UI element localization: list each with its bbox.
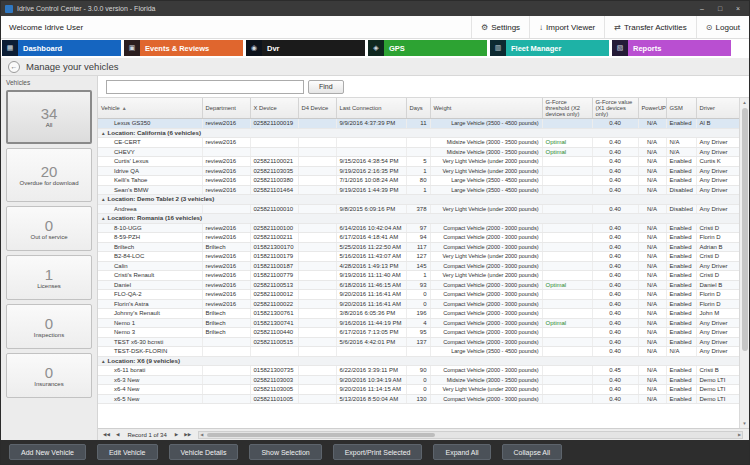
group-row[interactable]: ▴Location: Demo Tablet 2 (3 vehicles) bbox=[98, 195, 741, 205]
vehicle-row-ce-cert[interactable]: CE-CERTreview2016Midsize Vehicle (3000 -… bbox=[98, 138, 741, 148]
horizontal-scrollbar[interactable]: ◀ ▶ bbox=[198, 431, 743, 439]
tab-events-reviews[interactable]: ▣Events & Reviews bbox=[124, 40, 243, 56]
vehicle-filter-card-all[interactable]: 34All bbox=[6, 90, 92, 144]
group-row[interactable]: ▴Location: Romania (16 vehicles) bbox=[98, 214, 741, 224]
cell-d4-device bbox=[298, 385, 336, 395]
vehicle-filter-card-licenses[interactable]: 1Licenses bbox=[6, 255, 92, 300]
export-print-selected-button[interactable]: Export/Print Selected bbox=[333, 444, 423, 460]
cell-powerup: N/A bbox=[638, 147, 666, 157]
vehicle-row-florin-s-astra[interactable]: Florin's Astrareview20160258211000229/20… bbox=[98, 299, 741, 309]
cell-d4-device bbox=[298, 309, 336, 319]
vehicle-filter-card-insurances[interactable]: 0Insurances bbox=[6, 353, 92, 398]
add-new-vehicle-button[interactable]: Add New Vehicle bbox=[9, 444, 86, 460]
vehicle-row-briltech[interactable]: BriltechBriltech0158213001705/25/2016 11… bbox=[98, 242, 741, 252]
vehicle-row-8-10-ugg[interactable]: 8-10-UGGreview20160258211001006/14/2016 … bbox=[98, 223, 741, 233]
cell-department: review2016 bbox=[202, 119, 250, 129]
vehicle-row-johnny-s-renault[interactable]: Johnny's RenaultBriltech0158213007613/8/… bbox=[98, 309, 741, 319]
vehicle-row-curtis-lexus[interactable]: Curtis' Lexusreview20160258211000219/15/… bbox=[98, 157, 741, 167]
vertical-scroll-track[interactable] bbox=[740, 107, 749, 419]
vehicle-row-calin[interactable]: Calinreview20160158211001874/28/2016 1:4… bbox=[98, 261, 741, 271]
tab-dashboard[interactable]: ▦Dashboard bbox=[2, 40, 121, 56]
vehicle-filter-card-out-of-service[interactable]: 0Out of service bbox=[6, 206, 92, 251]
cell-driver: Demo LTI bbox=[696, 385, 741, 395]
minimize-button[interactable]: – bbox=[695, 5, 709, 12]
vehicle-row-test-dsk-florin[interactable]: TEST-DSK-FLORINLarge Vehicle (3500 - 450… bbox=[98, 347, 741, 357]
show-selection-button[interactable]: Show Selection bbox=[249, 444, 321, 460]
vehicle-row-idrive-qa[interactable]: Idrive QAreview20160258211030359/19/2016… bbox=[98, 166, 741, 176]
vehicle-row-x6-11-borati[interactable]: x6-11 borati0158213007356/22/2016 3:39:1… bbox=[98, 366, 741, 376]
column-header-vehicle[interactable]: Vehicle▲ bbox=[98, 98, 202, 119]
toolbar-button-logout[interactable]: ⊙Logout bbox=[696, 16, 749, 38]
column-header-x-device[interactable]: X Device bbox=[250, 98, 298, 119]
scroll-right-icon[interactable]: ▶ bbox=[737, 432, 742, 437]
search-input[interactable] bbox=[106, 80, 304, 94]
cell-g-force-value-x1-devices-only: 0.40 bbox=[592, 242, 638, 252]
last-record-button[interactable]: ▶▶ bbox=[182, 432, 193, 437]
vehicle-row-sean-s-bmw[interactable]: Sean's BMWreview20160258211014649/19/201… bbox=[98, 185, 741, 195]
vehicle-row-x6-3-new[interactable]: x6-3 New0258211030039/20/2016 10:34:19 A… bbox=[98, 375, 741, 385]
vertical-scroll-thumb[interactable] bbox=[742, 108, 748, 351]
vehicle-row-andreea[interactable]: Andreea0258211000109/8/2015 6:09:16 PM37… bbox=[98, 204, 741, 214]
group-row[interactable]: ▴Location: California (6 vehicles) bbox=[98, 128, 741, 138]
vehicle-row-chevy[interactable]: CHEVYMidsize Vehicle (3000 - 3500 pounds… bbox=[98, 147, 741, 157]
tab-reports[interactable]: ▧Reports bbox=[612, 40, 731, 56]
vehicle-row-x6-5-new[interactable]: x6-5 New0258211010055/13/2016 8:50:04 AM… bbox=[98, 394, 741, 404]
next-record-button[interactable]: ▶ bbox=[173, 432, 180, 437]
vehicle-row-lexus-gs350[interactable]: Lexus GS350review20160258211000199/9/201… bbox=[98, 119, 741, 129]
vehicle-row-nemo-3[interactable]: Nemo 3Briltech0258211004406/17/2016 7:13… bbox=[98, 328, 741, 338]
maximize-button[interactable]: □ bbox=[713, 5, 727, 12]
scroll-down-icon[interactable]: ▼ bbox=[742, 419, 746, 428]
column-header-g-force-threshold-x2-devices-only[interactable]: G-Force threshold (X2 devices only) bbox=[542, 98, 592, 119]
vehicle-row-daniel[interactable]: Danielreview20160258211005136/18/2016 11… bbox=[98, 280, 741, 290]
vehicle-row-x6-4-new[interactable]: x6-4 New0258211030059/20/2016 11:14:15 A… bbox=[98, 385, 741, 395]
tab-dvr[interactable]: ◉Dvr bbox=[246, 40, 365, 56]
tab-fleet-manager[interactable]: ▥Fleet Manager bbox=[490, 40, 609, 56]
toolbar-button-transfer-activities[interactable]: ⇄Transfer Activities bbox=[604, 16, 696, 38]
tab-gps[interactable]: ◈GPS bbox=[368, 40, 487, 56]
vehicle-filter-card-overdue-for-download[interactable]: 20Overdue for download bbox=[6, 148, 92, 202]
column-header-powerup[interactable]: PowerUP bbox=[638, 98, 666, 119]
column-header-g-force-value-x1-devices-only[interactable]: G-Force value (X1 devices only) bbox=[592, 98, 638, 119]
collapse-group-icon[interactable]: ▴ bbox=[102, 215, 105, 221]
edit-vehicle-button[interactable]: Edit Vehicle bbox=[97, 444, 158, 460]
collapse-group-icon[interactable]: ▴ bbox=[102, 130, 105, 136]
toolbar-button-settings[interactable]: ⚙Settings bbox=[471, 16, 529, 38]
column-header-days[interactable]: Days bbox=[406, 98, 430, 119]
cell-days: 1 bbox=[406, 185, 430, 195]
vehicle-filter-card-inspections[interactable]: 0Inspections bbox=[6, 304, 92, 349]
column-header-weight[interactable]: Weight bbox=[430, 98, 542, 119]
column-header-driver[interactable]: Driver bbox=[696, 98, 741, 119]
cell-vehicle: Johnny's Renault bbox=[98, 309, 202, 319]
column-header-d4-device[interactable]: D4 Device bbox=[298, 98, 336, 119]
vehicle-row-8-59-pzh[interactable]: 8-59-PZHreview20160258211002116/17/2016 … bbox=[98, 233, 741, 243]
vertical-scrollbar[interactable]: ▲ ▼ bbox=[739, 98, 749, 428]
vehicle-row-test-x6-30-bcnsti[interactable]: TEST x6-30 bcnsti0258211005155/6/2016 4:… bbox=[98, 337, 741, 347]
vehicle-row-kelli-s-tahoe[interactable]: Kelli's Tahoereview20160258211003807/1/2… bbox=[98, 176, 741, 186]
column-header-gsm[interactable]: GSM bbox=[666, 98, 696, 119]
find-button[interactable]: Find bbox=[308, 80, 344, 94]
scroll-up-icon[interactable]: ▲ bbox=[742, 98, 746, 107]
vehicle-row-nemo-1[interactable]: Nemo 1Briltech0158213007419/16/2016 11:4… bbox=[98, 318, 741, 328]
column-header-department[interactable]: Department bbox=[202, 98, 250, 119]
scroll-left-icon[interactable]: ◀ bbox=[199, 432, 204, 437]
group-row[interactable]: ▴Location: X6 (9 vehicles) bbox=[98, 356, 741, 366]
vehicle-row-cristi-s-renault[interactable]: Cristi's Renaultreview20160158211007799/… bbox=[98, 271, 741, 281]
column-header-last-connection[interactable]: Last Connection bbox=[336, 98, 406, 119]
collapse-group-icon[interactable]: ▴ bbox=[102, 196, 105, 202]
expand-all-button[interactable]: Expand All bbox=[433, 444, 490, 460]
table-header-row: Vehicle▲DepartmentX DeviceD4 DeviceLast … bbox=[98, 98, 741, 119]
close-button[interactable]: × bbox=[731, 5, 745, 12]
vehicle-row-flo-qa-2[interactable]: FLO-QA-2review20160258211000129/20/2016 … bbox=[98, 290, 741, 300]
prev-record-button[interactable]: ◀ bbox=[114, 432, 121, 437]
window-title: Idrive Control Center - 3.0.0 version - … bbox=[17, 5, 691, 12]
collapse-group-icon[interactable]: ▴ bbox=[102, 358, 105, 364]
toolbar-button-import-viewer[interactable]: ↓Import Viewer bbox=[529, 16, 604, 38]
cell-vehicle: Idrive QA bbox=[98, 166, 202, 176]
horizontal-scroll-thumb[interactable] bbox=[207, 433, 435, 437]
collapse-all-button[interactable]: Collapse All bbox=[502, 444, 563, 460]
cell-x-device: 025821101005 bbox=[250, 394, 298, 404]
vehicle-details-button[interactable]: Vehicle Details bbox=[169, 444, 239, 460]
vehicle-row-b2-84-loc[interactable]: B2-84-LOCreview20160158211001795/16/2016… bbox=[98, 252, 741, 262]
first-record-button[interactable]: ◀◀ bbox=[101, 432, 112, 437]
back-button[interactable]: ← bbox=[8, 61, 20, 73]
